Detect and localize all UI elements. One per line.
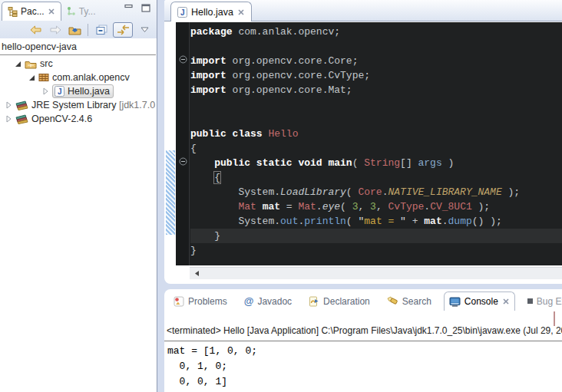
tree-item-opencv-library[interactable]: OpenCV-2.4.6 [5, 112, 92, 126]
console-view: Problems @ Javadoc Declaration Search [164, 289, 562, 392]
tab-declaration-label: Declaration [323, 296, 370, 307]
tab-declaration[interactable]: Declaration [304, 292, 375, 311]
jre-version-decoration: [jdk1.7.0 [119, 100, 155, 110]
chevron-down-icon [140, 27, 149, 33]
selected-tree-item[interactable]: J Hello.java [52, 84, 114, 98]
tab-console-label: Console [464, 296, 498, 307]
link-with-editor-icon [117, 25, 130, 35]
minimize-icon[interactable] [124, 4, 134, 12]
console-icon [449, 297, 461, 307]
tab-bug-explorer[interactable]: Bug Explorer [523, 292, 562, 311]
console-toolbar [554, 312, 555, 326]
range-indicator [166, 150, 175, 235]
tree-item-project[interactable]: hello-opencv-java [2, 41, 77, 52]
scroll-left-icon[interactable] [194, 270, 200, 277]
toolbar-separator [88, 24, 88, 36]
project-divider [0, 54, 156, 55]
search-flashlight-icon [387, 296, 398, 306]
package-explorer-view: Pac... Ty... [0, 0, 157, 392]
collapsed-twistie-icon[interactable] [5, 115, 12, 123]
fold-collapse-icon[interactable] [179, 157, 187, 166]
back-button[interactable] [28, 23, 44, 37]
tab-problems[interactable]: Problems [169, 292, 232, 311]
tab-bug-explorer-label: Bug Explorer [537, 296, 562, 307]
tree-item-src[interactable]: src [14, 57, 53, 71]
javadoc-at-icon: @ [244, 295, 254, 307]
library-icon [15, 100, 28, 110]
tree-item-package-label: com.anlak.opencv [52, 72, 130, 83]
package-explorer-tree[interactable]: hello-opencv-java src com.anlak.opencv [0, 38, 156, 392]
tab-javadoc-label: Javadoc [257, 296, 292, 307]
collapsed-twistie-icon[interactable] [41, 87, 49, 95]
annotation-ruler[interactable] [166, 22, 176, 265]
eclipse-window: Pac... Ty... [0, 0, 562, 392]
view-menu-button[interactable] [137, 23, 152, 37]
folding-ruler[interactable] [176, 22, 190, 265]
maximize-icon[interactable] [141, 4, 150, 12]
tree-item-jre-library[interactable]: JRE System Library [jdk1.7.0 [5, 98, 155, 112]
bug-explorer-icon [527, 298, 533, 304]
svg-text:J: J [58, 87, 62, 96]
console-process-header: <terminated> Hello [Java Application] C:… [167, 325, 562, 336]
tab-javadoc[interactable]: @ Javadoc [240, 292, 296, 311]
link-with-editor-button[interactable] [113, 22, 133, 38]
tab-type-hierarchy[interactable]: Ty... [61, 2, 101, 21]
console-output-text[interactable]: mat = [1, 0, 0; 0, 1, 0; 0, 0, 1] [167, 344, 562, 392]
problems-icon [174, 296, 184, 307]
java-file-icon: J [177, 7, 187, 18]
collapsed-twistie-icon[interactable] [5, 101, 12, 109]
tab-search[interactable]: Search [382, 292, 436, 311]
package-explorer-icon [8, 7, 18, 17]
close-icon[interactable] [48, 8, 55, 15]
type-hierarchy-icon [67, 6, 76, 16]
tree-item-hello-java[interactable]: J Hello.java [41, 84, 114, 98]
tab-problems-label: Problems [188, 296, 227, 307]
svg-text:J: J [180, 8, 185, 16]
expanded-twistie-icon[interactable] [14, 60, 21, 68]
tree-item-package[interactable]: com.anlak.opencv [28, 71, 130, 84]
forward-arrow-icon [49, 25, 61, 35]
fold-collapse-icon[interactable] [179, 55, 187, 64]
back-arrow-icon [30, 25, 42, 35]
tree-item-hello-java-label: Hello.java [68, 86, 110, 97]
library-icon [15, 114, 28, 124]
forward-button[interactable] [48, 23, 63, 37]
declaration-icon [309, 296, 319, 307]
tab-hello-java-label: Hello.java [191, 7, 233, 18]
package-explorer-toolbar [28, 22, 152, 38]
tree-item-jre-label: JRE System Library [jdk1.7.0 [31, 100, 155, 110]
editor-horizontal-scrollbar[interactable] [190, 267, 562, 279]
tab-console[interactable]: Console [444, 292, 515, 311]
tab-search-label: Search [402, 296, 431, 307]
collapse-all-button[interactable] [94, 23, 109, 37]
terminate-button-icon[interactable] [554, 311, 555, 326]
left-tabs-row: Pac... Ty... [2, 2, 101, 21]
tab-package-explorer-label: Pac... [21, 6, 45, 17]
tab-type-hierarchy-label: Ty... [79, 6, 96, 17]
close-icon[interactable] [502, 298, 510, 305]
close-icon[interactable] [237, 8, 245, 16]
view-minmax-buttons [124, 4, 150, 12]
source-folder-icon [25, 59, 37, 69]
tree-item-opencv-label: OpenCV-2.4.6 [31, 114, 92, 124]
editor-view: J Hello.java package com.anlak.opencv;im… [164, 0, 562, 284]
expanded-twistie-icon[interactable] [28, 74, 35, 81]
package-icon [38, 73, 49, 82]
tree-item-src-label: src [40, 58, 53, 69]
tab-package-explorer[interactable]: Pac... [2, 2, 61, 21]
code-editor-text-area[interactable]: package com.anlak.opencv;import org.open… [190, 22, 562, 265]
collapse-all-icon [96, 25, 107, 35]
java-file-icon: J [55, 86, 64, 97]
console-header-divider [164, 341, 562, 341]
console-tabs-row: Problems @ Javadoc Declaration Search [169, 292, 562, 311]
up-folder-icon [68, 25, 81, 35]
go-up-button[interactable] [67, 23, 82, 37]
tab-hello-java[interactable]: J Hello.java [170, 2, 252, 21]
